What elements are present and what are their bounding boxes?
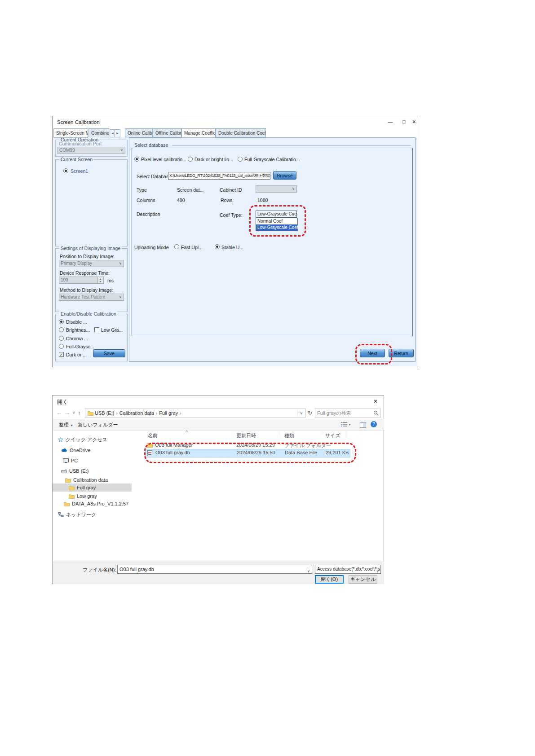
folder-icon — [88, 411, 93, 416]
breadcrumb-full-gray[interactable]: Full gray — [159, 410, 178, 416]
sidebar-item-network[interactable]: ネットワーク — [58, 510, 96, 519]
new-folder-button[interactable]: 新しいフォルダー — [78, 422, 118, 428]
comm-port-select[interactable]: COM99 ∨ — [57, 147, 125, 154]
fast-upload-label[interactable]: Fast Upl... — [181, 245, 203, 250]
breadcrumb-separator-icon: › — [116, 411, 117, 416]
stable-upload-label[interactable]: Stable U... — [221, 245, 243, 250]
stable-upload-radio[interactable] — [215, 244, 220, 249]
dark-bright-label[interactable]: Dark or bright lin... — [195, 157, 233, 162]
select-database-group-title: Select database — [134, 142, 168, 148]
menu-arrow-icon: ▼ — [70, 424, 73, 427]
response-time-stepper[interactable]: 100 ▲▼ — [59, 277, 104, 284]
full-grayscale-calib-label[interactable]: Full-Grayscale Calibratio... — [244, 157, 300, 162]
pixel-level-radio[interactable] — [134, 157, 139, 162]
cancel-button[interactable]: キャンセル — [349, 575, 377, 584]
sidebar-item-usb-drive[interactable]: USB (E:) — [61, 467, 88, 475]
disable-label[interactable]: Disable ... — [66, 319, 87, 325]
breadcrumb-usb[interactable]: USB (E:) — [95, 410, 114, 416]
tab-single-screen-mode[interactable]: Single-Screen Mode — [53, 128, 88, 138]
refresh-icon[interactable]: ↻ — [308, 410, 312, 416]
file-list: 名前 ^ 更新日時 種類 サイズ O03 full Manager 2024/0… — [132, 430, 385, 561]
column-header-name[interactable]: 名前 — [148, 432, 158, 439]
column-header-date[interactable]: 更新日時 — [236, 432, 256, 439]
uploading-mode-label: Uploading Mode — [134, 245, 168, 250]
column-divider[interactable] — [280, 431, 280, 439]
chroma-label[interactable]: Chroma ... — [66, 336, 88, 341]
disable-radio[interactable] — [59, 319, 64, 324]
close-button[interactable]: ✕ — [370, 398, 381, 404]
close-button[interactable]: ✕ — [411, 119, 417, 124]
folder-icon — [65, 478, 71, 483]
database-path-input[interactable]: X:\Users\LEDG_RT\20241028_FA0123_cal_iss… — [168, 172, 270, 180]
up-button[interactable]: ↑ — [78, 409, 81, 416]
screen1-label[interactable]: Screen1 — [71, 168, 88, 174]
spin-down-icon[interactable]: ▼ — [98, 280, 103, 283]
search-input[interactable]: Full grayの検索 — [315, 409, 381, 418]
organize-button[interactable]: 整理 ▼ — [59, 422, 73, 428]
sidebar-item-data-a8s[interactable]: DATA_A8s Pro_V1.1.2.57 — [64, 500, 128, 508]
save-button[interactable]: Save — [93, 349, 125, 357]
dark-or-label[interactable]: Dark or ... — [66, 352, 87, 357]
pixel-level-label[interactable]: Pixel level calibratio... — [141, 157, 186, 162]
chroma-radio[interactable] — [59, 336, 64, 341]
breadcrumb-calibration-data[interactable]: Calibration data — [119, 410, 154, 416]
chevron-down-icon: ∨ — [376, 567, 379, 574]
coef-type-select[interactable]: Low-Grayscale Coe ∨ — [256, 211, 297, 218]
cabinet-id-select[interactable]: ∨ — [256, 185, 297, 193]
column-divider[interactable] — [348, 431, 348, 439]
minimize-button[interactable]: — — [384, 119, 397, 124]
column-divider[interactable] — [321, 431, 321, 439]
file-type: ファイル フォルダー — [284, 442, 331, 449]
low-gray-checkbox[interactable] — [94, 327, 99, 332]
column-divider[interactable] — [232, 431, 232, 439]
full-grayscale-label[interactable]: Full-Graysc... — [66, 344, 94, 349]
fast-upload-radio[interactable] — [174, 244, 179, 249]
column-header-type[interactable]: 種類 — [284, 432, 294, 439]
screen1-radio[interactable] — [63, 168, 68, 173]
back-button[interactable]: ← — [56, 409, 62, 416]
position-select[interactable]: Primary Display ∨ — [59, 260, 124, 267]
tab-manage-coefficients[interactable]: Manage Coefficients — [181, 128, 216, 138]
sidebar-item-low-gray[interactable]: Low gray — [69, 492, 97, 500]
dropdown-option-low-grayscale-coef[interactable]: Low-Grayscale Coef — [256, 224, 297, 231]
filetype-select[interactable]: Access database(*.db;*.coef;*.s ∨ — [315, 565, 381, 574]
full-grayscale-radio[interactable] — [59, 344, 64, 349]
next-button[interactable]: Next — [360, 349, 385, 357]
sidebar-item-onedrive[interactable]: OneDrive — [61, 446, 90, 454]
sidebar-item-pc[interactable]: PC — [63, 457, 78, 465]
brightness-label[interactable]: Brightnes... — [66, 327, 90, 333]
file-row-database[interactable]: O03 full gray.db 2024/08/29 15:50 Data B… — [145, 449, 350, 457]
tab-scroll-right-icon[interactable]: ► — [115, 129, 120, 137]
preview-pane-icon[interactable] — [360, 422, 366, 430]
recent-locations-button[interactable]: ∨ — [72, 410, 75, 415]
open-button[interactable]: 開く(O) — [315, 575, 344, 584]
sidebar-item-full-gray[interactable]: Full gray — [53, 483, 132, 492]
maximize-button[interactable]: □ — [398, 119, 410, 124]
help-icon[interactable]: ? — [371, 421, 377, 427]
address-bar[interactable]: USB (E:) › Calibration data › Full gray … — [85, 409, 306, 418]
brightness-radio[interactable] — [59, 327, 64, 332]
tab-offline-calibration[interactable]: Offline Calibration — [153, 128, 181, 137]
tab-double-calibration-coefficients[interactable]: Double Calibration Coefficients — [216, 128, 266, 137]
dropdown-option-normal-coef[interactable]: Normal Coef — [256, 218, 297, 224]
filename-input[interactable]: O03 full gray.db ∨ — [117, 565, 312, 574]
filename-label: ファイル名(N): — [83, 567, 116, 573]
browse-button[interactable]: Browse — [273, 171, 296, 180]
stepper-arrows[interactable]: ▲▼ — [97, 277, 103, 283]
sidebar-item-calibration-data[interactable]: Calibration data — [65, 476, 108, 484]
low-gray-label[interactable]: Low Gra... — [101, 327, 123, 333]
address-history-icon[interactable]: ∨ — [297, 411, 305, 415]
sidebar-item-quick-access[interactable]: クイック アクセス — [58, 435, 107, 444]
column-header-size[interactable]: サイズ — [325, 432, 340, 439]
screen-calibration-window: Screen Calibration — □ ✕ Single-Screen M… — [52, 116, 418, 367]
method-select[interactable]: Hardware Test Pattern ∨ — [59, 294, 124, 301]
view-mode-icon[interactable]: ▼ — [341, 422, 351, 427]
dark-bright-radio[interactable] — [188, 157, 193, 162]
forward-button[interactable]: → — [64, 409, 70, 416]
tab-combined-screen[interactable]: Combined-Sc — [88, 128, 109, 137]
return-button[interactable]: Return — [389, 349, 414, 357]
full-grayscale-calib-radio[interactable] — [238, 157, 243, 162]
file-row-folder[interactable]: O03 full Manager 2024/08/29 15:29 ファイル フ… — [145, 441, 370, 449]
dark-or-checkbox[interactable]: ✓ — [59, 352, 64, 357]
tab-online-calibration[interactable]: Online Calibration — [125, 128, 153, 137]
